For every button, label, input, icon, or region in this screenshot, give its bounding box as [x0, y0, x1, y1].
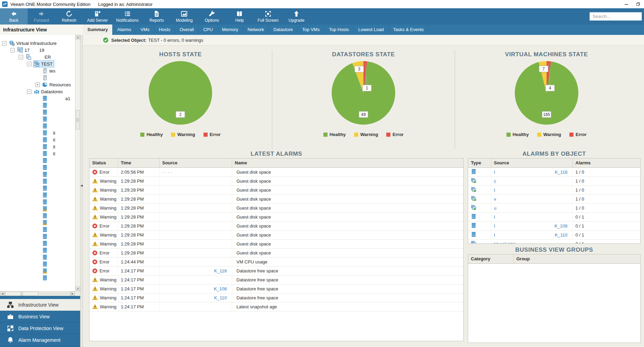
scroll-up-button[interactable]: ▲ [76, 35, 80, 39]
tree-horizontal-scrollbar[interactable]: ◀ ▶ [0, 291, 75, 296]
tab-datastore[interactable]: Datastore [269, 25, 297, 35]
column-header-type[interactable]: Type [468, 158, 491, 167]
object-alarm-row[interactable]: c1 / 0 [468, 176, 640, 185]
tab-top-vms[interactable]: Top VMs [298, 25, 325, 35]
alarm-source-link[interactable]: K_116 [214, 268, 229, 273]
object-source-link[interactable]: I [494, 170, 495, 175]
tree-row[interactable] [0, 212, 75, 219]
tab-alarms[interactable]: Alarms [113, 25, 136, 35]
alarm-row[interactable]: Warning1:29:28 PMGuest disk space [89, 194, 463, 203]
collapse-icon[interactable]: − [27, 89, 31, 94]
tree-row[interactable]: II [0, 143, 75, 150]
modeling-button[interactable]: Modeling [170, 8, 198, 25]
tree-row[interactable] [0, 171, 75, 178]
alarm-row[interactable]: Warning1:29:28 PMGuest disk space [89, 203, 463, 212]
tree-row[interactable]: II [0, 150, 75, 157]
nav-item-data-protection-view[interactable]: Data Protection View [0, 322, 80, 334]
object-alarm-row[interactable]: tst-sql-intra0 / 1 [468, 239, 640, 244]
column-header-source[interactable]: Source [491, 158, 572, 167]
alarm-row[interactable]: Warning1:29:28 PMGuest disk space [89, 239, 463, 248]
tab-cpu[interactable]: CPU [199, 25, 217, 35]
tree-row[interactable] [0, 240, 75, 247]
tree-row-resources[interactable]: +Resources [0, 81, 75, 88]
object-alarm-row[interactable]: I0 / 1 [468, 212, 640, 221]
tree-row[interactable] [0, 192, 75, 199]
object-source-link[interactable]: I [494, 214, 495, 220]
alarm-row[interactable]: Error1:24:44 PMVM CPU usage [89, 257, 463, 266]
scrollbar-thumb[interactable] [76, 110, 80, 129]
reports-button[interactable]: Reports [143, 8, 170, 25]
tree-row[interactable] [0, 268, 75, 274]
add-server-button[interactable]: Add Server [83, 8, 112, 25]
alarm-row[interactable]: Error1:29:28 PMGuest disk space [89, 221, 463, 230]
tab-memory[interactable]: Memory [218, 25, 243, 35]
tree-row[interactable]: II [0, 129, 75, 136]
tree-vertical-scrollbar[interactable]: ▲ ▼ [75, 35, 80, 291]
upgrade-button[interactable]: Upgrade [283, 8, 310, 25]
tree-row[interactable] [0, 274, 75, 281]
expand-icon[interactable]: + [35, 83, 40, 87]
alarm-row[interactable]: Warning1:24:17 PMDatastore free space [89, 275, 463, 284]
tree-row[interactable]: II [0, 136, 75, 143]
alarm-source-link[interactable]: K_108 [214, 286, 229, 291]
tree-row[interactable] [0, 199, 75, 205]
alarm-row[interactable]: Warning1:29:28 PMGuest disk space [89, 230, 463, 239]
tree-row[interactable] [0, 116, 75, 123]
object-source-link[interactable]: t [494, 187, 495, 193]
tree-row[interactable]: −ER [0, 54, 75, 60]
tree-row-17[interactable]: −VC1719 [0, 47, 75, 54]
object-source-link[interactable]: K_110 [555, 232, 570, 238]
nav-item-infrastructure-view[interactable]: Infrastructure View [0, 299, 80, 311]
column-header-name[interactable]: Name [232, 158, 463, 167]
alarm-row[interactable]: Error1:29:28 PMGuest disk space [89, 248, 463, 257]
tree-row[interactable] [0, 219, 75, 226]
tree-row[interactable] [0, 185, 75, 192]
options-button[interactable]: Options [198, 8, 226, 25]
alarm-source-link[interactable]: · · · · [162, 170, 172, 175]
alarm-row[interactable]: Warning1:24:17 PMLatest snapshot age [89, 302, 463, 311]
alarm-row[interactable]: Error1:24:17 PMK_116Datastore free space [89, 266, 463, 275]
nav-item-alarm-management[interactable]: Alarm Management [0, 334, 80, 346]
tab-top-hosts[interactable]: Top Hosts [324, 25, 354, 35]
scrollbar-thumb[interactable] [5, 291, 38, 296]
tree-row[interactable] [0, 233, 75, 240]
tree-row[interactable] [0, 247, 75, 254]
tree-row[interactable] [0, 164, 75, 171]
tree-row-test[interactable]: −TEST [0, 60, 75, 67]
minimize-button[interactable] [621, 0, 632, 8]
collapse-icon[interactable]: − [10, 48, 15, 52]
tree-row-tes[interactable]: tes [0, 67, 75, 74]
object-alarm-row[interactable]: IK_1100 / 1 [468, 230, 640, 239]
alarm-row[interactable]: Warning1:29:28 PMGuest disk space [89, 185, 463, 194]
tree-row[interactable] [0, 205, 75, 212]
tree-row[interactable] [0, 178, 75, 185]
column-header-category[interactable]: Category [468, 254, 513, 263]
object-source-link[interactable]: c [494, 179, 496, 184]
tab-network[interactable]: Network [243, 25, 269, 35]
object-alarm-row[interactable]: u1 / 0 [468, 203, 640, 212]
object-source-link[interactable]: K_108 [555, 223, 570, 229]
search-input[interactable] [590, 12, 642, 20]
forward-button[interactable]: Forward [28, 8, 55, 25]
object-source-link[interactable]: v [494, 196, 496, 202]
object-alarm-row[interactable]: IK_1080 / 1 [468, 221, 640, 230]
column-header-time[interactable]: Time [118, 158, 159, 167]
column-header-alarms[interactable]: Alarms [572, 158, 640, 167]
collapse-icon[interactable]: − [19, 55, 23, 59]
tree-row[interactable]: a1 [0, 95, 75, 102]
tree-row-virtual-infrastructure[interactable]: −Virtual Infrastructure [0, 40, 75, 47]
refresh-button[interactable]: Refresh [55, 8, 83, 25]
object-alarm-row[interactable]: IK_1161 / 0 [468, 167, 640, 176]
tree-row[interactable] [0, 102, 75, 109]
alarm-row[interactable]: Error2:05:56 PM· · · ·Guest disk space [89, 167, 463, 176]
alarm-row[interactable]: Warning1:29:28 PMGuest disk space [89, 176, 463, 185]
tab-hosts[interactable]: Hosts [154, 25, 175, 35]
object-source-link[interactable]: K_116 [555, 170, 570, 175]
sidebar-splitter[interactable]: ◀ [80, 35, 83, 347]
column-header-status[interactable]: Status [89, 158, 118, 167]
nav-item-business-view[interactable]: Business View [0, 311, 80, 322]
alarm-row[interactable]: Warning1:29:28 PMGuest disk space [89, 212, 463, 221]
object-alarm-row[interactable]: t1 / 0 [468, 185, 640, 194]
tab-vms[interactable]: VMs [136, 25, 154, 35]
collapse-icon[interactable]: − [27, 62, 31, 66]
